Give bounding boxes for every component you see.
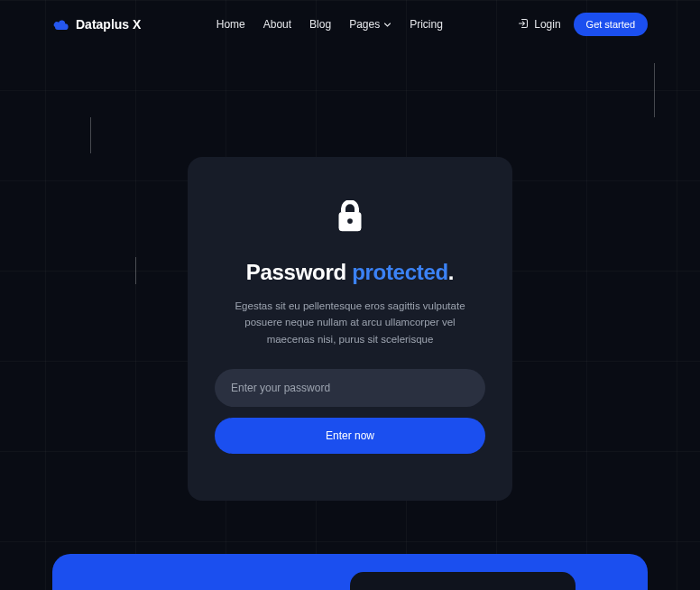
grid-accent-line [135,257,136,284]
get-started-button[interactable]: Get started [574,13,648,36]
nav-pricing[interactable]: Pricing [410,18,443,31]
password-input[interactable] [215,369,485,407]
brand-logo[interactable]: Dataplus X [52,17,141,32]
login-label: Login [534,18,560,31]
chevron-down-icon [383,21,391,29]
login-link[interactable]: Login [518,18,560,32]
bottom-banner-inset [350,572,576,590]
header-actions: Login Get started [518,13,648,36]
svg-point-1 [347,218,353,224]
nav-blog[interactable]: Blog [309,18,331,31]
grid-accent-line [654,63,655,117]
title-suffix: . [448,260,454,284]
lock-icon [215,200,485,233]
title-prefix: Password [246,260,352,284]
site-header: Dataplus X Home About Blog Pages Pricing… [0,0,700,49]
bottom-banner [52,554,648,590]
enter-button[interactable]: Enter now [215,418,485,454]
nav-home[interactable]: Home [216,18,245,31]
card-description: Egestas sit eu pellentesque eros sagitti… [215,298,485,347]
title-accent: protected [352,260,448,284]
nav-pages-label: Pages [349,18,380,31]
brand-name: Dataplus X [76,17,141,32]
grid-accent-line [90,117,91,153]
password-card: Password protected. Egestas sit eu pelle… [188,157,512,501]
login-icon [518,18,529,32]
card-title: Password protected. [215,260,485,285]
nav-about[interactable]: About [263,18,291,31]
cloud-icon [52,19,69,30]
main-nav: Home About Blog Pages Pricing [216,18,443,31]
nav-pages[interactable]: Pages [349,18,391,31]
